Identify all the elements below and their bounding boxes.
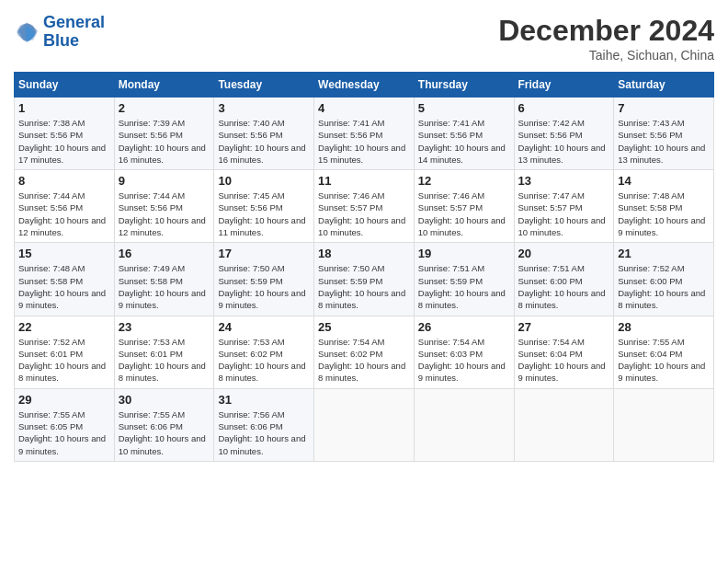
day-info: Sunrise: 7:45 AMSunset: 5:56 PMDaylight:… <box>218 190 310 238</box>
day-number: 31 <box>218 393 310 407</box>
logo-line1: General <box>43 13 105 31</box>
day-number: 15 <box>18 247 110 260</box>
calendar-table: SundayMondayTuesdayWednesdayThursdayFrid… <box>14 72 714 462</box>
day-info: Sunrise: 7:38 AMSunset: 5:56 PMDaylight:… <box>18 117 110 166</box>
location-subtitle: Taihe, Sichuan, China <box>498 48 714 63</box>
day-cell: 27Sunrise: 7:54 AMSunset: 6:04 PMDayligh… <box>514 316 614 388</box>
day-cell: 21Sunrise: 7:52 AMSunset: 6:00 PMDayligh… <box>614 243 714 316</box>
day-number: 25 <box>318 320 410 334</box>
day-number: 3 <box>218 101 310 115</box>
day-number: 1 <box>18 101 110 115</box>
day-info: Sunrise: 7:46 AMSunset: 5:57 PMDaylight:… <box>418 190 510 238</box>
day-info: Sunrise: 7:54 AMSunset: 6:04 PMDaylight:… <box>518 336 610 385</box>
day-info: Sunrise: 7:44 AMSunset: 5:56 PMDaylight:… <box>18 190 110 238</box>
day-cell: 11Sunrise: 7:46 AMSunset: 5:57 PMDayligh… <box>314 170 415 243</box>
day-info: Sunrise: 7:49 AMSunset: 5:58 PMDaylight:… <box>119 262 210 311</box>
logo-text: General Blue <box>43 14 105 51</box>
day-info: Sunrise: 7:53 AMSunset: 6:01 PMDaylight:… <box>119 336 210 385</box>
day-number: 7 <box>618 101 710 115</box>
day-cell: 13Sunrise: 7:47 AMSunset: 5:57 PMDayligh… <box>514 170 614 243</box>
day-number: 26 <box>418 320 510 334</box>
col-header-sunday: Sunday <box>15 73 115 98</box>
day-info: Sunrise: 7:55 AMSunset: 6:05 PMDaylight:… <box>18 408 110 457</box>
day-cell: 28Sunrise: 7:55 AMSunset: 6:04 PMDayligh… <box>614 316 714 388</box>
logo-icon <box>14 19 40 45</box>
day-cell <box>314 388 415 461</box>
col-header-friday: Friday <box>514 73 614 98</box>
day-number: 5 <box>418 101 510 115</box>
day-number: 10 <box>218 174 310 188</box>
day-cell: 10Sunrise: 7:45 AMSunset: 5:56 PMDayligh… <box>214 170 314 243</box>
day-number: 16 <box>119 247 210 260</box>
col-header-thursday: Thursday <box>414 73 514 98</box>
day-number: 30 <box>119 393 210 407</box>
day-number: 27 <box>518 320 610 334</box>
day-cell: 24Sunrise: 7:53 AMSunset: 6:02 PMDayligh… <box>214 316 314 388</box>
day-cell: 22Sunrise: 7:52 AMSunset: 6:01 PMDayligh… <box>15 316 115 388</box>
day-info: Sunrise: 7:47 AMSunset: 5:57 PMDaylight:… <box>518 190 610 238</box>
week-row-5: 29Sunrise: 7:55 AMSunset: 6:05 PMDayligh… <box>15 388 714 461</box>
header-row: SundayMondayTuesdayWednesdayThursdayFrid… <box>15 73 714 98</box>
logo-line2: Blue <box>43 31 79 50</box>
day-number: 24 <box>218 320 310 334</box>
day-number: 12 <box>418 174 510 188</box>
day-cell: 19Sunrise: 7:51 AMSunset: 5:59 PMDayligh… <box>414 243 514 316</box>
day-number: 11 <box>318 174 410 188</box>
day-cell: 31Sunrise: 7:56 AMSunset: 6:06 PMDayligh… <box>214 388 314 461</box>
day-info: Sunrise: 7:50 AMSunset: 5:59 PMDaylight:… <box>318 262 410 311</box>
day-info: Sunrise: 7:52 AMSunset: 6:00 PMDaylight:… <box>618 262 710 311</box>
day-info: Sunrise: 7:40 AMSunset: 5:56 PMDaylight:… <box>218 117 310 166</box>
day-number: 19 <box>418 247 510 260</box>
day-number: 2 <box>119 101 210 115</box>
day-number: 13 <box>518 174 610 188</box>
day-number: 28 <box>618 320 710 334</box>
day-info: Sunrise: 7:42 AMSunset: 5:56 PMDaylight:… <box>518 117 610 166</box>
day-cell: 1Sunrise: 7:38 AMSunset: 5:56 PMDaylight… <box>15 98 115 170</box>
day-number: 21 <box>618 247 710 260</box>
col-header-wednesday: Wednesday <box>314 73 415 98</box>
day-cell: 6Sunrise: 7:42 AMSunset: 5:56 PMDaylight… <box>514 98 614 170</box>
day-info: Sunrise: 7:54 AMSunset: 6:03 PMDaylight:… <box>418 336 510 385</box>
day-cell: 18Sunrise: 7:50 AMSunset: 5:59 PMDayligh… <box>314 243 415 316</box>
day-cell: 29Sunrise: 7:55 AMSunset: 6:05 PMDayligh… <box>15 388 115 461</box>
day-cell <box>414 388 514 461</box>
day-info: Sunrise: 7:53 AMSunset: 6:02 PMDaylight:… <box>218 336 310 385</box>
day-cell: 4Sunrise: 7:41 AMSunset: 5:56 PMDaylight… <box>314 98 415 170</box>
month-year-title: December 2024 <box>498 14 714 48</box>
day-info: Sunrise: 7:48 AMSunset: 5:58 PMDaylight:… <box>18 262 110 311</box>
day-number: 17 <box>218 247 310 260</box>
day-cell: 25Sunrise: 7:54 AMSunset: 6:02 PMDayligh… <box>314 316 415 388</box>
day-number: 29 <box>18 393 110 407</box>
day-number: 23 <box>119 320 210 334</box>
day-info: Sunrise: 7:44 AMSunset: 5:56 PMDaylight:… <box>119 190 210 238</box>
day-cell: 5Sunrise: 7:41 AMSunset: 5:56 PMDaylight… <box>414 98 514 170</box>
day-cell: 2Sunrise: 7:39 AMSunset: 5:56 PMDaylight… <box>114 98 214 170</box>
day-number: 4 <box>318 101 410 115</box>
day-info: Sunrise: 7:51 AMSunset: 6:00 PMDaylight:… <box>518 262 610 311</box>
day-info: Sunrise: 7:55 AMSunset: 6:06 PMDaylight:… <box>119 408 210 457</box>
day-number: 22 <box>18 320 110 334</box>
day-cell <box>514 388 614 461</box>
day-cell: 20Sunrise: 7:51 AMSunset: 6:00 PMDayligh… <box>514 243 614 316</box>
day-info: Sunrise: 7:41 AMSunset: 5:56 PMDaylight:… <box>318 117 410 166</box>
day-number: 8 <box>18 174 110 188</box>
day-number: 9 <box>119 174 210 188</box>
day-cell: 8Sunrise: 7:44 AMSunset: 5:56 PMDaylight… <box>15 170 115 243</box>
day-cell: 17Sunrise: 7:50 AMSunset: 5:59 PMDayligh… <box>214 243 314 316</box>
day-number: 14 <box>618 174 710 188</box>
day-number: 20 <box>518 247 610 260</box>
week-row-2: 8Sunrise: 7:44 AMSunset: 5:56 PMDaylight… <box>15 170 714 243</box>
col-header-saturday: Saturday <box>614 73 714 98</box>
day-cell: 14Sunrise: 7:48 AMSunset: 5:58 PMDayligh… <box>614 170 714 243</box>
week-row-4: 22Sunrise: 7:52 AMSunset: 6:01 PMDayligh… <box>15 316 714 388</box>
day-info: Sunrise: 7:55 AMSunset: 6:04 PMDaylight:… <box>618 336 710 385</box>
day-cell: 16Sunrise: 7:49 AMSunset: 5:58 PMDayligh… <box>114 243 214 316</box>
day-cell: 12Sunrise: 7:46 AMSunset: 5:57 PMDayligh… <box>414 170 514 243</box>
week-row-1: 1Sunrise: 7:38 AMSunset: 5:56 PMDaylight… <box>15 98 714 170</box>
page-header: General Blue December 2024 Taihe, Sichua… <box>14 14 714 63</box>
day-info: Sunrise: 7:51 AMSunset: 5:59 PMDaylight:… <box>418 262 510 311</box>
day-cell <box>614 388 714 461</box>
day-info: Sunrise: 7:43 AMSunset: 5:56 PMDaylight:… <box>618 117 710 166</box>
day-info: Sunrise: 7:52 AMSunset: 6:01 PMDaylight:… <box>18 336 110 385</box>
col-header-tuesday: Tuesday <box>214 73 314 98</box>
